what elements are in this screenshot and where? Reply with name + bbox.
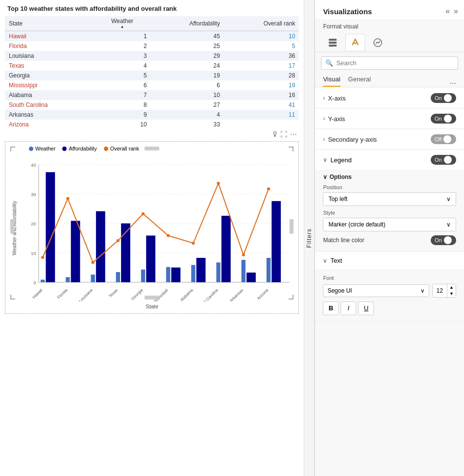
font-size-up[interactable]: ▲ (447, 284, 456, 291)
more-icon[interactable]: ⋯ (290, 130, 297, 138)
svg-text:30: 30 (31, 192, 36, 197)
search-icon: 🔍 (325, 59, 333, 67)
tabs-more[interactable]: ... (450, 77, 456, 86)
bar-affordability-louisiana (96, 211, 105, 282)
bar-affordability-sc (221, 216, 231, 282)
svg-text:Florida: Florida (56, 287, 69, 300)
overall-dot-louisiana (91, 261, 94, 264)
xaxis-toggle-knob (444, 94, 452, 102)
font-size-control[interactable]: 12 ▲ ▼ (432, 284, 456, 298)
search-input[interactable] (336, 59, 454, 67)
font-size-down[interactable]: ▼ (447, 291, 456, 297)
section-sec-yaxis[interactable]: › Secondary y-axis Off (315, 129, 464, 150)
table-row: Louisiana 3 29 36 (5, 51, 299, 61)
cell-state: Hawaii (5, 31, 94, 41)
text-body: Font Segoe UI ∨ 12 ▲ ▼ B (315, 269, 464, 321)
yaxis-toggle-knob (444, 115, 452, 123)
col-weather: Weather▲ (94, 16, 150, 31)
bar-weather-texas (116, 272, 120, 282)
resize-bottom[interactable] (145, 296, 159, 300)
section-text: ∨ Text Font Segoe UI ∨ 12 ▲ ▼ (315, 252, 464, 322)
resize-left[interactable] (10, 219, 14, 234)
underline-btn[interactable]: U (358, 301, 374, 315)
xaxis-toggle-label: On (435, 95, 442, 101)
svg-text:South Carolina: South Carolina (196, 287, 219, 301)
resize-br[interactable] (289, 295, 293, 300)
match-line-label: Match line color (323, 237, 431, 244)
style-dropdown[interactable]: Marker (circle default) ∨ (323, 218, 456, 231)
icon-row (315, 32, 464, 51)
xaxis-label: X-axis (328, 95, 431, 102)
chevron-left-icon[interactable]: « (445, 7, 450, 16)
chevron-xaxis-icon: › (323, 95, 325, 101)
overall-dot-sc (217, 182, 220, 185)
table-toolbar: ⊽ ⛶ ⋯ (5, 129, 299, 139)
cell-weather: 8 (94, 100, 150, 110)
cell-affordability: 6 (151, 80, 224, 90)
yaxis-label: Y-axis (328, 115, 431, 123)
chart-title: Top 10 weather states with affordability… (5, 5, 299, 12)
search-box[interactable]: 🔍 (321, 56, 458, 70)
bar-weather-arkansas (242, 260, 245, 282)
tab-general[interactable]: General (348, 75, 371, 87)
resize-bl[interactable] (10, 295, 15, 300)
left-panel: Top 10 weather states with affordability… (0, 0, 304, 476)
style-chevron-icon: ∨ (446, 221, 451, 228)
font-size-arrows: ▲ ▼ (447, 284, 456, 297)
match-line-toggle[interactable]: On (431, 235, 456, 245)
position-dropdown[interactable]: Top left ∨ (323, 192, 456, 206)
bar-affordability-arkansas (246, 273, 256, 282)
section-xaxis[interactable]: › X-axis On (315, 88, 464, 108)
chevron-text-icon: ∨ (323, 257, 327, 264)
cell-state: Arizona (5, 120, 94, 129)
chevron-legend-icon: ∨ (323, 156, 327, 163)
match-line-toggle-knob (444, 236, 452, 244)
xaxis-toggle[interactable]: On (431, 93, 456, 103)
font-dropdown[interactable]: Segoe UI ∨ (323, 284, 429, 297)
tab-visual[interactable]: Visual (323, 75, 340, 87)
legend-overall: Overall rank (104, 146, 139, 151)
resize-tr[interactable] (289, 147, 293, 151)
table-row: Hawaii 1 45 10 (5, 31, 299, 41)
overall-dot-georgia (142, 212, 145, 215)
cell-state: Mississippi (5, 80, 94, 90)
resize-right[interactable] (290, 219, 293, 234)
font-chevron-icon: ∨ (420, 287, 425, 294)
chart-inner: 40 30 20 10 0 (18, 154, 294, 301)
filters-strip[interactable]: Filters (304, 0, 315, 476)
legend-header[interactable]: ∨ Legend On (315, 150, 464, 170)
table-row: Alabama 7 10 16 (5, 90, 299, 100)
bar-affordability-alabama (196, 258, 206, 282)
data-table: State Weather▲ Affordability Overall ran… (5, 16, 299, 129)
svg-text:Hawaii: Hawaii (31, 288, 44, 300)
bold-btn[interactable]: B (323, 301, 339, 315)
table-row: Texas 4 24 17 (5, 61, 299, 71)
text-header[interactable]: ∨ Text (315, 252, 464, 269)
match-line-row: Match line color On (323, 231, 456, 245)
svg-text:40: 40 (31, 163, 36, 168)
section-yaxis[interactable]: › Y-axis On (315, 109, 464, 129)
yaxis-toggle[interactable]: On (431, 114, 456, 124)
resize-top[interactable] (145, 147, 159, 150)
bar-weather-louisiana (91, 275, 95, 282)
chevron-right-icon[interactable]: » (454, 7, 458, 16)
legend-weather: Weather (29, 146, 55, 151)
legend-toggle[interactable]: On (431, 155, 456, 165)
expand-icon[interactable]: ⛶ (280, 130, 287, 138)
chart-container: Weather Affordability Overall rank Weath… (5, 141, 299, 314)
overall-dot-texas (117, 239, 120, 242)
analytics-icon-btn[interactable] (368, 34, 388, 51)
sec-yaxis-toggle-knob (443, 135, 451, 143)
yaxis-toggle-label: On (435, 116, 442, 122)
resize-tl[interactable] (10, 147, 15, 151)
italic-btn[interactable]: I (341, 301, 356, 315)
chevron-yaxis-icon: › (323, 115, 325, 122)
table-icon-btn[interactable] (323, 34, 342, 51)
bar-weather-hawaii (41, 280, 45, 282)
tabs-row: Visual General ... (315, 74, 464, 87)
cell-affordability: 33 (151, 120, 224, 129)
sec-yaxis-toggle[interactable]: Off (431, 134, 456, 144)
filter-icon[interactable]: ⊽ (272, 130, 277, 138)
format-icon-btn[interactable] (345, 34, 365, 51)
filters-label[interactable]: Filters (304, 225, 314, 251)
